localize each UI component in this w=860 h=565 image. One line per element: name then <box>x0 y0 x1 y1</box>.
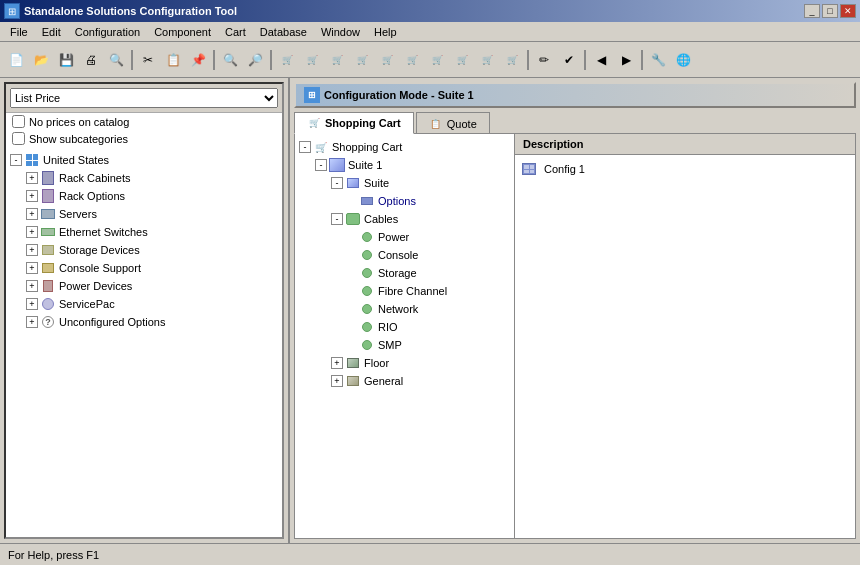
tool-extra-2[interactable]: 🌐 <box>671 48 695 72</box>
menu-file[interactable]: File <box>4 24 34 40</box>
tree-root-node[interactable]: - United States <box>10 151 278 169</box>
no-prices-checkbox[interactable] <box>12 115 25 128</box>
floor-expand[interactable]: + <box>331 357 343 369</box>
cart-root-node[interactable]: - 🛒 Shopping Cart <box>299 138 510 156</box>
storage-label: Storage <box>378 267 417 279</box>
restore-button[interactable]: □ <box>822 4 838 18</box>
unconfigured-expand[interactable]: + <box>26 316 38 328</box>
menu-window[interactable]: Window <box>315 24 366 40</box>
cables-expand[interactable]: - <box>331 213 343 225</box>
fibre-label: Fibre Channel <box>378 285 447 297</box>
window-controls: _ □ ✕ <box>804 4 856 18</box>
tab-shopping-cart[interactable]: 🛒 Shopping Cart <box>294 112 414 134</box>
check-button[interactable]: ✔ <box>557 48 581 72</box>
rio-cable-icon <box>359 319 375 335</box>
open-button[interactable]: 📂 <box>29 48 53 72</box>
rack-options-expand[interactable]: + <box>26 190 38 202</box>
network-label: Network <box>378 303 418 315</box>
cart-rio-node[interactable]: RIO <box>299 318 510 336</box>
cart-suite1-node[interactable]: - Suite 1 <box>299 156 510 174</box>
general-expand[interactable]: + <box>331 375 343 387</box>
cart-smp-node[interactable]: SMP <box>299 336 510 354</box>
storage-expand[interactable]: + <box>26 244 38 256</box>
cart-btn-2[interactable]: 🛒 <box>300 48 324 72</box>
rack-cabinets-expand[interactable]: + <box>26 172 38 184</box>
tree-item-console[interactable]: + Console Support <box>26 259 278 277</box>
cart-root-expand[interactable]: - <box>299 141 311 153</box>
quote-tab-label: Quote <box>447 118 477 130</box>
tool-extra-1[interactable]: 🔧 <box>646 48 670 72</box>
cart-btn-1[interactable]: 🛒 <box>275 48 299 72</box>
cut-button[interactable]: ✂ <box>136 48 160 72</box>
copy-button[interactable]: 📋 <box>161 48 185 72</box>
servers-icon <box>40 206 56 222</box>
menu-database[interactable]: Database <box>254 24 313 40</box>
tree-item-servers[interactable]: + Servers <box>26 205 278 223</box>
right-panel: ⊞ Configuration Mode - Suite 1 🛒 Shoppin… <box>290 78 860 543</box>
ethernet-expand[interactable]: + <box>26 226 38 238</box>
tree-item-power[interactable]: + Power Devices <box>26 277 278 295</box>
zoom-out-button[interactable]: 🔎 <box>243 48 267 72</box>
no-prices-row: No prices on catalog <box>6 113 282 130</box>
cart-network-node[interactable]: Network <box>299 300 510 318</box>
tab-quote[interactable]: 📋 Quote <box>416 112 490 134</box>
cart-btn-5[interactable]: 🛒 <box>375 48 399 72</box>
preview-button[interactable]: 🔍 <box>104 48 128 72</box>
cart-btn-6[interactable]: 🛒 <box>400 48 424 72</box>
cart-btn-8[interactable]: 🛒 <box>450 48 474 72</box>
menu-component[interactable]: Component <box>148 24 217 40</box>
new-button[interactable]: 📄 <box>4 48 28 72</box>
paste-button[interactable]: 📌 <box>186 48 210 72</box>
cart-btn-9[interactable]: 🛒 <box>475 48 499 72</box>
close-button[interactable]: ✕ <box>840 4 856 18</box>
menu-edit[interactable]: Edit <box>36 24 67 40</box>
menu-help[interactable]: Help <box>368 24 403 40</box>
cart-fibre-node[interactable]: Fibre Channel <box>299 282 510 300</box>
back-button[interactable]: ◀ <box>589 48 613 72</box>
menu-configuration[interactable]: Configuration <box>69 24 146 40</box>
menu-cart[interactable]: Cart <box>219 24 252 40</box>
cart-btn-7[interactable]: 🛒 <box>425 48 449 72</box>
tree-item-unconfigured[interactable]: + ? Unconfigured Options <box>26 313 278 331</box>
price-select[interactable]: List Price <box>10 88 278 108</box>
show-subcats-checkbox[interactable] <box>12 132 25 145</box>
cart-general-node[interactable]: + General <box>299 372 510 390</box>
cart-btn-3[interactable]: 🛒 <box>325 48 349 72</box>
cart-console-node[interactable]: Console <box>299 246 510 264</box>
tree-item-rack-options[interactable]: + Rack Options <box>26 187 278 205</box>
print-button[interactable]: 🖨 <box>79 48 103 72</box>
forward-button[interactable]: ▶ <box>614 48 638 72</box>
servicepac-expand[interactable]: + <box>26 298 38 310</box>
console-expand[interactable]: + <box>26 262 38 274</box>
status-text: For Help, press F1 <box>8 549 99 561</box>
cart-storage-node[interactable]: Storage <box>299 264 510 282</box>
tree-item-servicepac[interactable]: + ServicePac <box>26 295 278 313</box>
cart-btn-4[interactable]: 🛒 <box>350 48 374 72</box>
floor-icon <box>345 355 361 371</box>
app-icon: ⊞ <box>4 3 20 19</box>
cart-power-node[interactable]: Power <box>299 228 510 246</box>
minimize-button[interactable]: _ <box>804 4 820 18</box>
pencil-button[interactable]: ✏ <box>532 48 556 72</box>
description-content: Config 1 <box>515 155 855 538</box>
cart-suite-node[interactable]: - Suite <box>299 174 510 192</box>
console-icon <box>40 260 56 276</box>
storage-icon <box>40 242 56 258</box>
tree-item-rack-cabinets[interactable]: + Rack Cabinets <box>26 169 278 187</box>
cart-cables-node[interactable]: - Cables <box>299 210 510 228</box>
power-expand[interactable]: + <box>26 280 38 292</box>
save-button[interactable]: 💾 <box>54 48 78 72</box>
cart-root-label: Shopping Cart <box>332 141 402 153</box>
root-expand[interactable]: - <box>10 154 22 166</box>
suite1-expand[interactable]: - <box>315 159 327 171</box>
cart-floor-node[interactable]: + Floor <box>299 354 510 372</box>
zoom-in-button[interactable]: 🔍 <box>218 48 242 72</box>
cart-btn-10[interactable]: 🛒 <box>500 48 524 72</box>
tree-item-ethernet-switches[interactable]: + Ethernet Switches <box>26 223 278 241</box>
servicepac-icon <box>40 296 56 312</box>
tree-item-storage[interactable]: + Storage Devices <box>26 241 278 259</box>
suite-expand[interactable]: - <box>331 177 343 189</box>
servers-expand[interactable]: + <box>26 208 38 220</box>
no-prices-label: No prices on catalog <box>29 116 129 128</box>
cart-options-node[interactable]: Options <box>299 192 510 210</box>
